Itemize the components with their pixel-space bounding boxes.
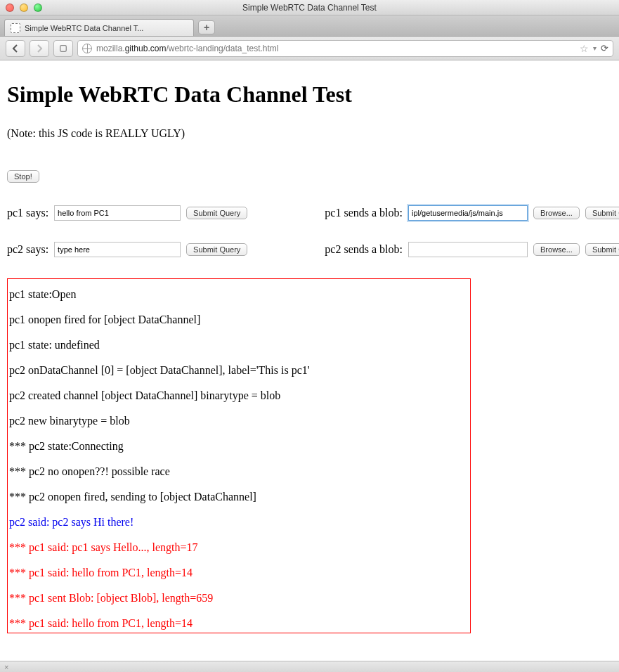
pc1-says-label: pc1 says: — [7, 207, 48, 219]
pc1-blob-file-input[interactable] — [408, 205, 528, 221]
url-bar[interactable]: mozilla.github.com/webrtc-landing/data_t… — [77, 40, 613, 57]
pc2-blob-label: pc2 sends a blob: — [325, 243, 403, 256]
page-note: (Note: this JS code is REALLY UGLY) — [7, 127, 612, 140]
tab-active[interactable]: Simple WebRTC Data Channel T... — [4, 19, 194, 36]
log-line: pc1 onopen fired for [object DataChannel… — [9, 307, 469, 332]
log-line: *** pc1 said: pc1 says Hello..., length=… — [9, 535, 469, 560]
pc1-blob-label: pc1 sends a blob: — [325, 207, 403, 219]
window-title: Simple WebRTC Data Channel Test — [0, 3, 619, 13]
minimize-window-icon[interactable] — [20, 4, 28, 12]
log-line: pc2 onDataChannel [0] = [object DataChan… — [9, 358, 469, 383]
forward-button[interactable] — [30, 40, 49, 57]
bookmark-star-icon[interactable]: ☆ — [580, 43, 589, 54]
pc2-says-input[interactable] — [54, 242, 181, 257]
page-heading: Simple WebRTC Data Channel Test — [7, 82, 612, 108]
globe-icon — [82, 44, 92, 53]
log-line: pc1 state: undefined — [9, 332, 469, 358]
back-button[interactable] — [6, 40, 25, 57]
pc2-says-label: pc2 says: — [7, 243, 48, 256]
log-line: pc2 created channel [object DataChannel]… — [9, 383, 469, 408]
log-line: *** pc2 onopen fired, sending to [object… — [9, 484, 469, 510]
log-output[interactable]: pc1 state:Openpc1 onopen fired for [obje… — [7, 278, 471, 633]
pc2-says-submit-button[interactable]: Submit Query — [186, 243, 247, 256]
pc2-blob-submit-button[interactable]: Submit Query — [585, 243, 619, 256]
favicon-icon — [11, 23, 20, 33]
tab-strip: Simple WebRTC Data Channel T... + — [0, 15, 619, 37]
svg-rect-0 — [60, 45, 67, 51]
pc1-blob-submit-button[interactable]: Submit Query — [585, 207, 619, 219]
log-line: *** pc1 sent Blob: [object Blob], length… — [9, 586, 469, 611]
toolbar: mozilla.github.com/webrtc-landing/data_t… — [0, 37, 619, 60]
log-line: *** pc2 no onopen??! possible race — [9, 459, 469, 484]
pc1-says-input[interactable] — [54, 205, 181, 221]
url-text: mozilla.github.com/webrtc-landing/data_t… — [96, 44, 278, 53]
new-tab-button[interactable]: + — [198, 20, 215, 34]
window-titlebar: Simple WebRTC Data Channel Test — [0, 0, 619, 15]
pc2-blob-browse-button[interactable]: Browse... — [533, 243, 580, 256]
pc1-blob-browse-button[interactable]: Browse... — [533, 207, 580, 219]
close-window-icon[interactable] — [6, 4, 14, 12]
home-button[interactable] — [53, 40, 73, 57]
log-line: pc1 state:Open — [9, 282, 469, 307]
tab-title: Simple WebRTC Data Channel T... — [25, 24, 143, 32]
pc2-blob-file-input[interactable] — [408, 242, 528, 257]
log-line: pc2 new binarytype = blob — [9, 408, 469, 434]
log-line: *** pc1 said: hello from PC1, length=14 — [9, 611, 469, 633]
log-line: *** pc1 said: hello from PC1, length=14 — [9, 560, 469, 586]
log-line: pc2 said: pc2 says Hi there! — [9, 510, 469, 535]
reload-icon[interactable]: ⟳ — [601, 43, 608, 53]
page-content: Simple WebRTC Data Channel Test (Note: t… — [0, 60, 619, 647]
zoom-window-icon[interactable] — [34, 4, 42, 12]
stop-button[interactable]: Stop! — [7, 170, 39, 183]
log-line: *** pc2 state:Connecting — [9, 434, 469, 459]
url-dropdown-icon[interactable]: ▾ — [593, 44, 597, 52]
pc1-says-submit-button[interactable]: Submit Query — [186, 207, 247, 219]
